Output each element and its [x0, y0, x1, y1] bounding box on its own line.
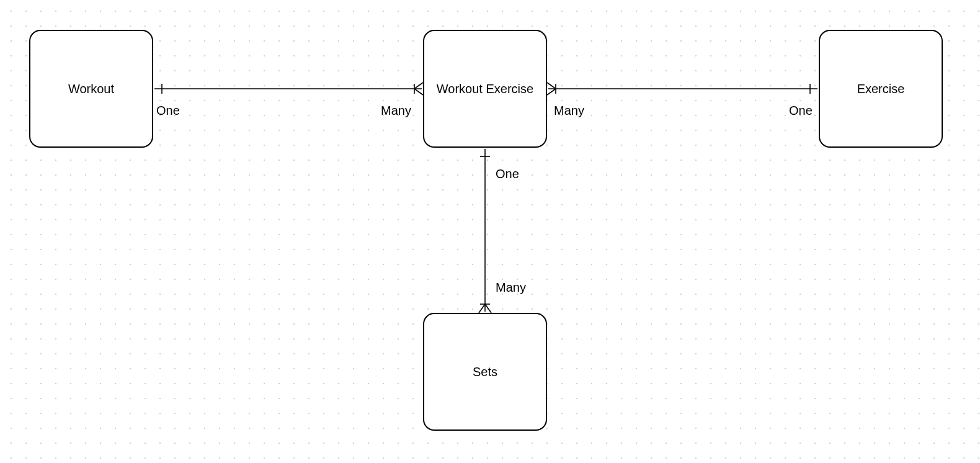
er-diagram-canvas[interactable]: Workout Workout Exercise Exercise Sets: [0, 0, 980, 463]
label-many-we-left-side: Many: [381, 104, 411, 118]
entity-exercise[interactable]: Exercise: [819, 30, 943, 148]
svg-line-8: [547, 89, 556, 95]
connector-workout-exercise-to-exercise: [547, 83, 817, 95]
svg-line-13: [479, 304, 485, 313]
svg-line-7: [547, 83, 556, 89]
entity-sets[interactable]: Sets: [423, 313, 547, 431]
entity-exercise-label: Exercise: [857, 82, 905, 96]
connector-workout-to-workout-exercise: [154, 83, 423, 95]
label-many-we-right-side: Many: [554, 104, 584, 118]
label-one-workout-side: One: [156, 104, 180, 118]
entity-workout-label: Workout: [68, 82, 114, 96]
entity-workout-exercise[interactable]: Workout Exercise: [423, 30, 547, 148]
entity-workout[interactable]: Workout: [29, 30, 153, 148]
entity-workout-exercise-label: Workout Exercise: [437, 82, 533, 96]
svg-line-4: [414, 89, 423, 95]
connector-workout-exercise-to-sets: [479, 149, 491, 313]
label-one-we-bottom-side: One: [496, 167, 519, 181]
entity-sets-label: Sets: [473, 365, 497, 379]
svg-line-14: [485, 304, 491, 313]
label-one-exercise-side: One: [789, 104, 813, 118]
label-many-sets-top-side: Many: [496, 281, 526, 295]
svg-line-3: [414, 83, 423, 89]
